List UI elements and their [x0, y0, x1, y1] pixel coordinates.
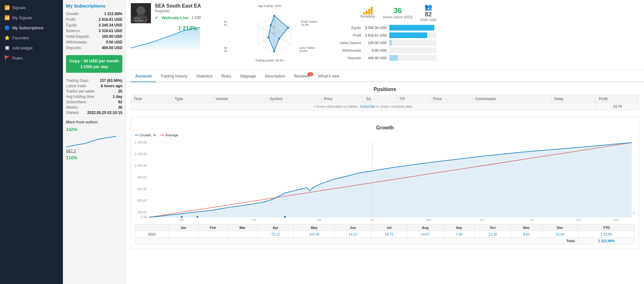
svg-point-20: [273, 15, 275, 17]
tab-statistics[interactable]: Statistics: [192, 71, 217, 82]
col-price2: Price: [430, 95, 473, 103]
sidebar-item-add-widget[interactable]: 🔲 Add widget: [0, 43, 63, 53]
tab-trading-history[interactable]: Trading history: [156, 71, 192, 82]
svg-point-1: [136, 6, 145, 15]
svg-text:400.00: 400.00: [137, 199, 147, 202]
stats-panel-title: My Subscriptions: [66, 3, 122, 9]
add-widget-icon: 🔲: [4, 45, 10, 50]
sidebar-item-my-signals[interactable]: 📶 My Signals: [0, 13, 63, 23]
stat-row-balance: Balance: 3 316.61 USD: [66, 29, 122, 33]
subscribe-link[interactable]: Subscribe: [360, 105, 375, 108]
svg-text:Trading activity: 88.3%: Trading activity: 88.3%: [255, 59, 284, 62]
year-row-2022: 2022 75.12 222.40 14.10 18.72 14.07 7.56…: [135, 231, 635, 238]
subscribers-value: 82: [425, 11, 432, 18]
weeks-badge: 36 weeks (since 2022): [383, 6, 413, 19]
positions-table: Time Type Volume Symbol Price S/L T/P Pr…: [131, 95, 639, 110]
radar-svg: 50% 25% 0% Algo trading: 100%: [224, 3, 325, 66]
svg-text:IF YOU QUIT: IF YOU QUIT: [132, 20, 143, 22]
total-row: Total: 1 212.88%: [135, 238, 635, 244]
svg-rect-38: [368, 9, 370, 14]
svg-point-59: [197, 216, 198, 218]
trade-stat-avg-holding: Avg holding time: 1 day: [66, 94, 122, 99]
tab-slippage[interactable]: Slippage: [236, 71, 260, 82]
header-mini-chart: 1 213%: [131, 26, 200, 51]
svg-text:Sep: Sep: [613, 218, 619, 221]
trade-stat-trades-per-week: Trades per week: 25: [66, 89, 122, 94]
bar-withdrawals: Withdrawals 0.00 USD: [330, 48, 436, 53]
signal-info: SEA South East EA Sugianto ✔ Weltrade-Li…: [155, 3, 219, 20]
leverage: 1:100: [192, 15, 201, 20]
rules-icon: 🚩: [4, 55, 10, 60]
trade-stat-trading-days: Trading Days: 157 (63.56%): [66, 78, 122, 83]
bar-equity: Equity 3 340.34 USD: [330, 25, 436, 31]
svg-text:Jan: Jan: [180, 218, 184, 221]
svg-text:Aug: Aug: [576, 218, 581, 221]
svg-text:Max deposit: Max deposit: [224, 46, 227, 49]
tab-account[interactable]: Account: [131, 71, 156, 82]
average-legend-line: [160, 135, 164, 135]
weeks-value: 36: [393, 6, 402, 15]
positions-profit-value: 23.70: [596, 103, 639, 110]
sidebar-item-signals[interactable]: 📶 Signals: [0, 3, 63, 13]
stat-row-withdrawals: Withdrawals: 0.00 USD: [66, 40, 122, 44]
svg-text:0.00: 0.00: [141, 215, 147, 219]
favorites-icon: ⭐: [4, 35, 10, 40]
sidebar-item-rules[interactable]: 🚩 Rules: [0, 53, 63, 63]
svg-point-58: [181, 216, 183, 218]
svg-text:Trades: Trades: [633, 212, 635, 215]
tab-reviews[interactable]: Reviews 11: [290, 71, 314, 82]
svg-point-22: [278, 38, 280, 40]
trade-stats: Trading Days: 157 (63.56%) Latest trade:…: [66, 78, 122, 115]
tab-description[interactable]: Description: [260, 71, 290, 82]
svg-text:1 000.00: 1 000.00: [135, 164, 147, 168]
svg-point-25: [270, 24, 272, 26]
my-subscriptions-icon: 🔵: [4, 25, 10, 30]
svg-text:600.00: 600.00: [137, 187, 147, 191]
stat-row-growth: Growth: 1 212.88%: [66, 12, 122, 16]
reviews-badge: 11: [308, 72, 313, 76]
verified-icon: ✔: [155, 15, 158, 20]
svg-text:Profit Trades:: Profit Trades:: [301, 20, 318, 23]
svg-text:200.00: 200.00: [137, 211, 147, 214]
sidebar: 📶 Signals 📶 My Signals 🔵 My Subscription…: [0, 0, 63, 284]
svg-point-23: [273, 50, 275, 52]
svg-text:Feb: Feb: [251, 218, 256, 221]
stat-row-profit: Profit: 2 816.61 USD: [66, 17, 122, 22]
legend-growth: Growth, %: [135, 133, 156, 137]
stats-badges: Reliability 36 weeks (since 2022) 👥 82 2…: [330, 3, 436, 22]
svg-point-24: [268, 37, 269, 38]
tab-risks[interactable]: Risks: [217, 71, 236, 82]
reliability-label: Reliability: [360, 14, 375, 18]
signal-avatar: IF YOU QUIT YOU'LL WIN: [131, 3, 151, 23]
svg-text:load: 30.5%: load: 30.5%: [224, 49, 227, 53]
signal-name: SEA South East EA: [155, 3, 219, 9]
sidebar-item-favorites[interactable]: ⭐ Favorites: [0, 33, 63, 43]
col-type: Type: [172, 95, 213, 103]
col-volume: Volume: [213, 95, 267, 103]
radar-chart: 50% 25% 0% Algo trading: 100%: [224, 3, 325, 67]
mini-signal-1: 142% NET Z: [66, 127, 122, 153]
svg-text:1 200.00: 1 200.00: [135, 152, 147, 156]
sidebar-item-my-subscriptions[interactable]: 🔵 My Subscriptions: [0, 23, 63, 33]
trade-stat-subscribers: Subscribers: 82: [66, 100, 122, 104]
col-symbol: Symbol: [267, 95, 321, 103]
tab-whats-new[interactable]: What's new: [314, 71, 344, 82]
subscribers-badge: 👥 82 252K USD: [420, 3, 436, 22]
trade-stat-weeks: Weeks: 36: [66, 105, 122, 110]
trade-stat-started: Started: 2022.05.25 02:10:15: [66, 111, 122, 115]
svg-rect-37: [366, 11, 368, 14]
signals-icon: 📶: [4, 5, 10, 10]
svg-text:Maximum: Maximum: [224, 20, 227, 23]
stats-panel: My Subscriptions Growth: 1 212.88% Profi…: [63, 0, 126, 284]
subscribers-icon: 👥: [425, 3, 432, 11]
stat-row-equity: Equity: 3 340.34 USD: [66, 23, 122, 27]
svg-text:Apr: Apr: [370, 218, 375, 221]
year-label: 2022: [135, 231, 169, 238]
trade-stat-latest-trade: Latest trade: 6 hours ago: [66, 84, 122, 88]
growth-chart: Growth Growth, % Average 1 400.00 1 200.…: [131, 116, 639, 248]
bar-profit: Profit 2 816.61 USD: [330, 32, 436, 38]
copy-button[interactable]: Copy - 30 USD per month 1 USD per day: [66, 55, 122, 73]
right-stats: Reliability 36 weeks (since 2022) 👥 82 2…: [330, 3, 436, 63]
chart-legend: Growth, % Average: [135, 133, 635, 137]
bar-deposits: Deposits 400.00 USD: [330, 55, 436, 61]
